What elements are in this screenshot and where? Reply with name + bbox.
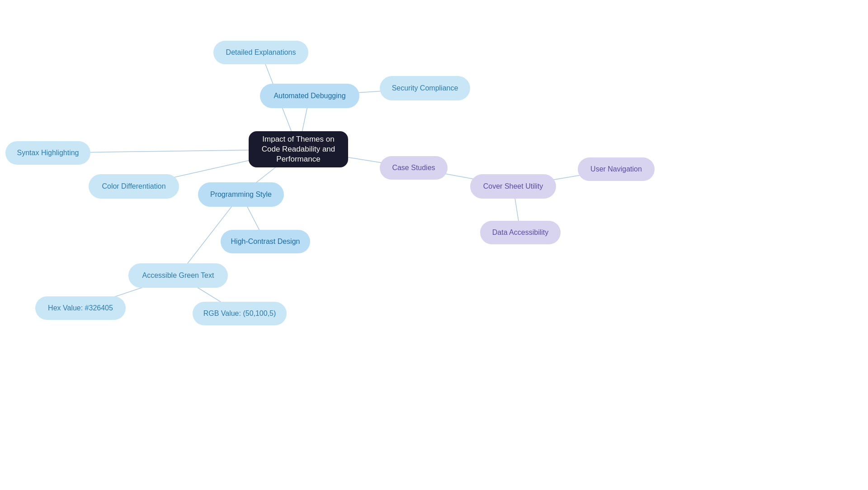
node-security-compliance: Security Compliance (380, 76, 470, 100)
node-syntax-highlighting: Syntax Highlighting (5, 141, 90, 165)
node-user-navigation: User Navigation (578, 157, 655, 181)
node-hex-value: Hex Value: #326405 (35, 296, 126, 320)
node-detailed-explanations: Detailed Explanations (213, 41, 308, 64)
node-automated-debugging: Automated Debugging (260, 84, 359, 108)
mindmap-connections (0, 0, 868, 490)
node-case-studies: Case Studies (380, 156, 448, 180)
node-cover-sheet-utility: Cover Sheet Utility (470, 174, 556, 199)
node-programming-style: Programming Style (198, 182, 284, 207)
center-node: Impact of Themes on Code Readability and… (249, 131, 348, 167)
node-accessible-green-text: Accessible Green Text (128, 263, 228, 288)
node-color-differentiation: Color Differentiation (89, 174, 179, 199)
node-rgb-value: RGB Value: (50,100,5) (193, 302, 287, 325)
node-high-contrast-design: High-Contrast Design (221, 230, 310, 253)
node-data-accessibility: Data Accessibility (480, 221, 561, 244)
